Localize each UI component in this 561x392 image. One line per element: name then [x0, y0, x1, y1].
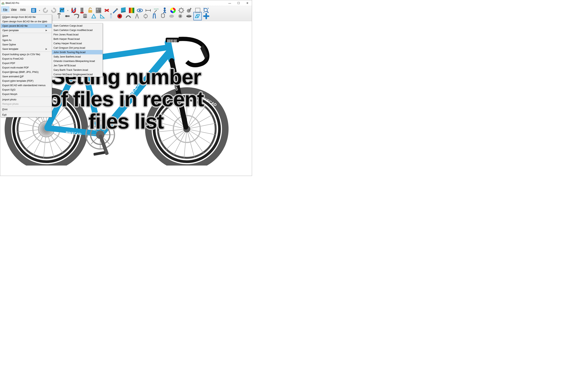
tool-undo[interactable] [42, 7, 49, 14]
svg-point-48 [187, 15, 191, 17]
file-export-mitre[interactable]: Export mitre template (PDF) [1, 79, 52, 83]
file-export-bitmap[interactable]: Export Bitmap (BMP, JPG, PNG) [1, 70, 52, 74]
file-print[interactable]: Print [1, 107, 52, 112]
tool-swatch[interactable] [128, 7, 135, 14]
svg-point-32 [65, 15, 67, 17]
tool-crank[interactable] [186, 7, 193, 14]
titlebar: BikeCAD Pro — ☐ ✕ [0, 0, 252, 6]
recent-file-item[interactable]: Orlando Usambara Bikepacking.bcad [52, 59, 103, 63]
tool-dimension[interactable] [144, 7, 152, 14]
maximize-button[interactable]: ☐ [234, 0, 243, 6]
svg-point-10 [99, 10, 101, 12]
recent-file-item[interactable]: Jen Tyler MTB.bcad [52, 63, 103, 68]
file-save[interactable]: Save [1, 33, 52, 38]
tool-lock-open[interactable] [86, 7, 94, 14]
recent-file-item[interactable]: Connor McDavid Singlespeed.bcad [52, 72, 103, 76]
recent-file-item[interactable]: Sam Carleton Cargo.bcad [52, 23, 103, 28]
svg-rect-16 [129, 8, 131, 13]
svg-point-20 [139, 10, 141, 11]
tool-texture[interactable] [95, 7, 102, 14]
menu-help[interactable]: Help [19, 7, 28, 12]
tool-magnet[interactable] [70, 7, 77, 14]
file-export-freecad[interactable]: Export to FreeCAD [1, 56, 52, 61]
tool-book[interactable] [119, 7, 127, 14]
tool-fork[interactable] [78, 7, 86, 14]
file-open-bcad[interactable]: OOpen design from BCAD file [1, 15, 52, 19]
svg-rect-7 [88, 10, 92, 13]
recent-file-item[interactable]: Finn Jones Road.bcad [52, 32, 103, 37]
recent-file-item[interactable]: Sam Carleton Cargo modified.bcad [52, 28, 103, 32]
file-save-as[interactable]: Save As [1, 38, 52, 42]
svg-line-106 [168, 42, 172, 60]
svg-point-35 [83, 17, 87, 18]
app-icon [1, 1, 4, 5]
menu-view[interactable]: View [9, 7, 19, 12]
menu-help-label: Help [20, 8, 26, 11]
tool-square[interactable] [194, 7, 202, 14]
tool-pen[interactable] [111, 7, 119, 14]
menu-view-label: View [11, 8, 17, 11]
tool-redo[interactable] [50, 7, 57, 14]
svg-text:NOTE: NOTE [154, 8, 159, 10]
svg-point-24 [172, 10, 174, 11]
tool-note[interactable]: NOTE [152, 7, 160, 14]
file-save-online[interactable]: Save Online [1, 42, 52, 47]
file-export-multi-pdf[interactable]: Export multi-model PDF [1, 65, 52, 70]
tool-brush-split[interactable] [58, 7, 69, 14]
recent-file-item[interactable]: Beth Harper Road.bcad [52, 37, 103, 41]
svg-point-46 [180, 15, 181, 17]
menubar: File View Help NOTE [1, 7, 251, 12]
file-export-morph[interactable]: Export Morph [1, 92, 52, 96]
minimize-button[interactable]: — [225, 0, 234, 6]
file-import-photo[interactable]: Import photo [1, 97, 52, 102]
file-remove-photo[interactable]: Remove photo [1, 102, 52, 106]
svg-point-13 [116, 8, 118, 10]
file-export-std[interactable]: Export BCAD with standardized menus [1, 83, 52, 87]
window-title: BikeCAD Pro [6, 2, 225, 4]
recent-file-item[interactable]: Carley Harper Road.bcad [52, 41, 103, 46]
svg-rect-4 [72, 8, 73, 9]
tool-color-wheel[interactable] [169, 7, 177, 14]
svg-point-39 [119, 15, 121, 17]
recent-file-item[interactable]: John Smith Touring Rig.bcad [52, 50, 103, 54]
tool-wrench[interactable] [103, 7, 111, 14]
svg-line-93 [184, 129, 187, 159]
svg-point-9 [97, 9, 98, 10]
file-export-pdf[interactable]: Export PDF [1, 61, 52, 65]
file-menu-dropdown: OOpen design from BCAD file Open design … [0, 14, 52, 117]
file-export-svg[interactable]: Export SVG [1, 87, 52, 92]
svg-rect-28 [195, 8, 200, 13]
file-open-web[interactable]: Open design from BCAD file on the Web [1, 19, 52, 24]
file-save-template[interactable]: Save template▶ [1, 47, 52, 51]
menu-file-label: File [3, 8, 8, 11]
svg-point-25 [179, 9, 183, 12]
svg-point-29 [204, 8, 207, 12]
svg-rect-121 [93, 151, 105, 156]
menu-file[interactable]: File [1, 7, 9, 12]
file-exit[interactable]: Exit [1, 112, 52, 117]
file-export-csv[interactable]: Export building specs (in CSV file) [1, 52, 52, 56]
recent-file-item[interactable]: Sally Jane Bakfiets.bcad [52, 54, 103, 59]
recent-file-item[interactable]: Gary Barth Track Tandem.bcad [52, 68, 103, 72]
close-button[interactable]: ✕ [243, 0, 252, 6]
tool-shape-split[interactable] [30, 7, 41, 14]
tool-zoom[interactable] [202, 7, 210, 14]
file-open-recent[interactable]: Open recent BCAD file▶ [1, 24, 52, 28]
svg-point-22 [164, 8, 166, 10]
recent-files-dropdown: Sam Carleton Cargo.bcadSam Carleton Carg… [52, 23, 103, 77]
svg-rect-18 [133, 8, 134, 13]
svg-text:BIKECAD: BIKECAD [134, 54, 156, 62]
svg-rect-17 [131, 8, 133, 13]
svg-rect-8 [96, 8, 101, 13]
svg-rect-30 [59, 14, 59, 19]
recent-file-item[interactable]: Carl Gregson Dirt jump.bcad [52, 46, 103, 50]
svg-text:BIKECAD: BIKECAD [167, 41, 177, 43]
tool-gear[interactable] [177, 7, 185, 14]
svg-point-6 [80, 12, 84, 13]
file-open-template[interactable]: Open template▶ [1, 28, 52, 32]
file-save-gif[interactable]: Save animated GIF [1, 74, 52, 79]
tool-rider[interactable] [161, 7, 169, 14]
svg-rect-36 [110, 14, 112, 19]
svg-rect-42 [145, 17, 146, 19]
tool-eye[interactable] [136, 7, 144, 14]
